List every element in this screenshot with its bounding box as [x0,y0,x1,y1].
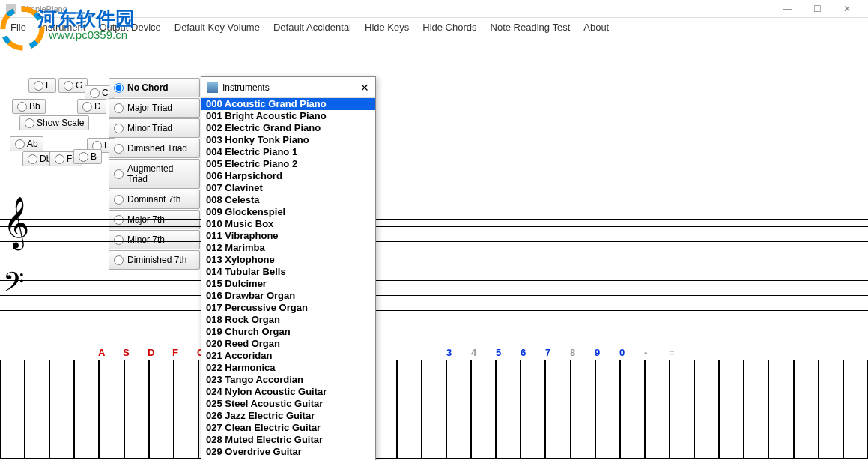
white-key[interactable] [471,360,496,459]
instrument-item[interactable]: 010 Music Box [201,218,375,230]
chord-major-triad[interactable]: Major Triad [109,98,200,118]
instrument-item[interactable]: 017 Percussive Organ [201,302,375,314]
instrument-item[interactable]: 003 Honky Tonk Piano [201,134,375,146]
instrument-item[interactable]: 001 Bright Acoustic Piano [201,110,375,122]
scale-f[interactable]: F [28,78,56,93]
white-key[interactable] [521,360,545,459]
chord-radio[interactable] [114,169,124,179]
white-key[interactable] [149,360,174,459]
white-key[interactable] [620,360,645,459]
instruments-list[interactable]: 000 Acoustic Grand Piano001 Bright Acous… [201,98,375,460]
instrument-item[interactable]: 028 Muted Electric Guitar [201,434,375,446]
instrument-item[interactable]: 005 Electric Piano 2 [201,158,375,170]
instrument-item[interactable]: 015 Dulcimer [201,278,375,290]
chord-augmented-triad[interactable]: Augmented Triad [109,159,200,189]
chord-radio[interactable] [114,103,124,113]
white-key[interactable] [719,360,744,459]
white-key[interactable] [545,360,570,459]
scale-ab[interactable]: Ab [10,136,43,151]
instrument-item[interactable]: 021 Accoridan [201,350,375,362]
white-key[interactable] [843,360,868,459]
scale-radio[interactable] [82,102,92,112]
instrument-item[interactable]: 029 Overdrive Guitar [201,446,375,458]
instrument-item[interactable]: 004 Electric Piano 1 [201,146,375,158]
instrument-item[interactable]: 012 Marimba [201,242,375,254]
menu-hide-keys[interactable]: Hide Keys [359,20,415,34]
chord-radio[interactable] [114,195,124,205]
scale-radio[interactable] [17,102,27,112]
chord-dimished-triad[interactable]: Dimished Triad [109,139,200,158]
piano-keyboard[interactable] [0,360,868,459]
scale-radio[interactable] [25,118,34,128]
menu-hide-chords[interactable]: Hide Chords [416,20,482,34]
scale-radio[interactable] [28,154,37,164]
menu-instrument[interactable]: Instrument [34,20,91,34]
chord-radio[interactable] [114,124,124,133]
minimize-button[interactable]: — [772,0,802,18]
dialog-close-button[interactable]: ✕ [360,82,369,94]
white-key[interactable] [99,360,124,459]
scale-radio[interactable] [79,152,88,162]
menu-note-reading-test[interactable]: Note Reading Test [485,20,577,34]
scale-radio[interactable] [64,81,73,91]
chord-radio[interactable] [114,144,124,154]
scale-b[interactable]: B [73,149,102,164]
white-key[interactable] [645,360,670,459]
chord-no-chord[interactable]: No Chord [109,78,200,97]
instrument-item[interactable]: 011 Vibraphone [201,230,375,242]
white-key[interactable] [49,360,74,459]
instrument-item[interactable]: 014 Tubular Bells [201,266,375,278]
instrument-item[interactable]: 009 Glockenspiel [201,206,375,218]
instrument-item[interactable]: 022 Harmonica [201,362,375,374]
white-key[interactable] [496,360,521,459]
scale-radio[interactable] [55,154,64,164]
scale-radio[interactable] [90,88,100,98]
white-key[interactable] [571,360,595,459]
white-key[interactable] [595,360,620,459]
instrument-item[interactable]: 013 Xylophone [201,254,375,266]
chord-radio[interactable] [114,83,124,93]
white-key[interactable] [694,360,719,459]
white-key[interactable] [819,360,843,459]
instrument-item[interactable]: 024 Nylon Acoustic Guitar [201,386,375,398]
close-button[interactable]: ✕ [832,0,862,18]
scale-g[interactable]: G [58,78,88,93]
scale-show-scale[interactable]: Show Scale [19,115,89,130]
instrument-item[interactable]: 020 Reed Organ [201,338,375,350]
white-key[interactable] [446,360,471,459]
instrument-item[interactable]: 008 Celesta [201,194,375,206]
menu-default-key-volume[interactable]: Default Key Volume [169,20,266,34]
instrument-item[interactable]: 007 Clavinet [201,182,375,194]
white-key[interactable] [74,360,99,459]
scale-radio[interactable] [15,139,25,149]
instrument-item[interactable]: 027 Clean Electric Guitar [201,422,375,434]
instrument-item[interactable]: 016 Drawbar Organ [201,290,375,302]
white-key[interactable] [422,360,446,459]
instrument-item[interactable]: 023 Tango Accordian [201,374,375,386]
white-key[interactable] [768,360,793,459]
white-key[interactable] [794,360,819,459]
white-key[interactable] [744,360,768,459]
instrument-item[interactable]: 026 Jazz Electric Guitar [201,410,375,422]
chord-minor-triad[interactable]: Minor Triad [109,118,200,138]
menu-output-device[interactable]: Output Device [93,20,166,34]
instrument-item[interactable]: 002 Electric Grand Piano [201,122,375,134]
white-key[interactable] [670,360,694,459]
white-key[interactable] [124,360,149,459]
menu-default-accidental[interactable]: Default Accidental [267,20,357,34]
instrument-item[interactable]: 025 Steel Acoustic Guitar [201,398,375,410]
menu-file[interactable]: File [4,20,32,34]
instrument-item[interactable]: 018 Rock Organ [201,314,375,326]
instrument-item[interactable]: 006 Harpsichord [201,170,375,182]
instrument-item[interactable]: 019 Church Organ [201,326,375,338]
instruments-dialog[interactable]: Instruments ✕ 000 Acoustic Grand Piano00… [201,76,376,460]
white-key[interactable] [397,360,422,459]
dialog-titlebar[interactable]: Instruments ✕ [201,77,375,98]
maximize-button[interactable]: ☐ [802,0,832,18]
instrument-item[interactable]: 000 Acoustic Grand Piano [201,98,375,110]
scale-d[interactable]: D [77,99,106,114]
white-key[interactable] [25,360,49,459]
white-key[interactable] [174,360,198,459]
white-key[interactable] [0,360,25,459]
scale-radio[interactable] [34,81,43,91]
